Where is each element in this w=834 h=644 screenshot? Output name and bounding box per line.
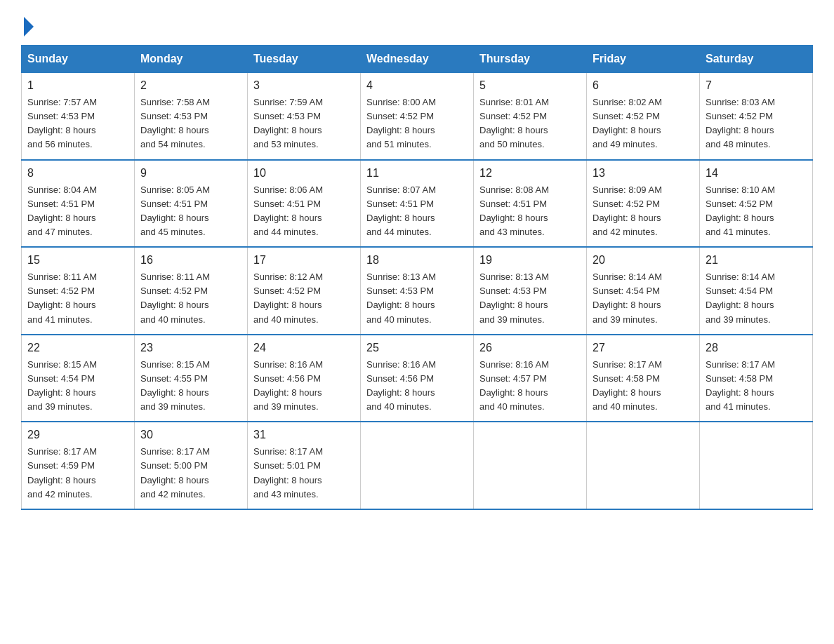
column-header-saturday: Saturday xyxy=(700,46,813,73)
page-header xyxy=(21,14,813,31)
day-number: 16 xyxy=(140,252,241,269)
day-number: 14 xyxy=(706,165,807,182)
day-info: Sunrise: 8:13 AMSunset: 4:53 PMDaylight:… xyxy=(366,270,468,327)
calendar-cell: 22Sunrise: 8:15 AMSunset: 4:54 PMDayligh… xyxy=(22,335,135,422)
day-info: Sunrise: 8:00 AMSunset: 4:52 PMDaylight:… xyxy=(366,95,468,152)
day-number: 13 xyxy=(593,165,694,182)
calendar-week-5: 29Sunrise: 8:17 AMSunset: 4:59 PMDayligh… xyxy=(22,422,813,509)
day-info: Sunrise: 8:07 AMSunset: 4:51 PMDaylight:… xyxy=(366,183,468,240)
calendar-cell: 9Sunrise: 8:05 AMSunset: 4:51 PMDaylight… xyxy=(135,160,248,248)
day-info: Sunrise: 8:05 AMSunset: 4:51 PMDaylight:… xyxy=(140,183,241,240)
calendar-cell: 5Sunrise: 8:01 AMSunset: 4:52 PMDaylight… xyxy=(474,73,587,160)
day-number: 22 xyxy=(27,340,128,356)
calendar-cell: 15Sunrise: 8:11 AMSunset: 4:52 PMDayligh… xyxy=(22,247,135,335)
calendar-cell: 19Sunrise: 8:13 AMSunset: 4:53 PMDayligh… xyxy=(474,247,587,335)
calendar-cell: 28Sunrise: 8:17 AMSunset: 4:58 PMDayligh… xyxy=(700,335,813,422)
calendar-cell: 1Sunrise: 7:57 AMSunset: 4:53 PMDaylight… xyxy=(22,73,135,160)
calendar-cell: 31Sunrise: 8:17 AMSunset: 5:01 PMDayligh… xyxy=(248,422,361,509)
day-info: Sunrise: 8:10 AMSunset: 4:52 PMDaylight:… xyxy=(706,183,807,240)
day-number: 30 xyxy=(140,427,241,443)
day-number: 3 xyxy=(253,77,355,94)
calendar-week-3: 15Sunrise: 8:11 AMSunset: 4:52 PMDayligh… xyxy=(22,247,813,335)
calendar-cell: 6Sunrise: 8:02 AMSunset: 4:52 PMDaylight… xyxy=(587,73,700,160)
day-info: Sunrise: 8:15 AMSunset: 4:55 PMDaylight:… xyxy=(140,358,241,415)
day-number: 29 xyxy=(27,427,128,443)
day-number: 1 xyxy=(27,77,128,94)
day-number: 15 xyxy=(27,252,128,269)
calendar-cell: 27Sunrise: 8:17 AMSunset: 4:58 PMDayligh… xyxy=(587,335,700,422)
day-info: Sunrise: 8:02 AMSunset: 4:52 PMDaylight:… xyxy=(593,95,694,152)
calendar-cell: 10Sunrise: 8:06 AMSunset: 4:51 PMDayligh… xyxy=(248,160,361,248)
calendar-cell: 11Sunrise: 8:07 AMSunset: 4:51 PMDayligh… xyxy=(361,160,474,248)
day-info: Sunrise: 8:04 AMSunset: 4:51 PMDaylight:… xyxy=(27,183,128,240)
calendar-header-row: SundayMondayTuesdayWednesdayThursdayFrid… xyxy=(22,46,813,73)
day-number: 17 xyxy=(253,252,355,269)
day-info: Sunrise: 8:13 AMSunset: 4:53 PMDaylight:… xyxy=(479,270,581,327)
day-number: 25 xyxy=(366,340,468,356)
day-info: Sunrise: 8:09 AMSunset: 4:52 PMDaylight:… xyxy=(593,183,694,240)
day-number: 8 xyxy=(27,165,128,182)
day-number: 21 xyxy=(706,252,807,269)
day-info: Sunrise: 8:11 AMSunset: 4:52 PMDaylight:… xyxy=(140,270,241,327)
day-info: Sunrise: 8:16 AMSunset: 4:56 PMDaylight:… xyxy=(366,358,468,415)
day-info: Sunrise: 8:17 AMSunset: 4:59 PMDaylight:… xyxy=(27,445,128,502)
day-number: 12 xyxy=(479,165,581,182)
calendar-cell: 17Sunrise: 8:12 AMSunset: 4:52 PMDayligh… xyxy=(248,247,361,335)
calendar-cell: 3Sunrise: 7:59 AMSunset: 4:53 PMDaylight… xyxy=(248,73,361,160)
day-number: 9 xyxy=(140,165,241,182)
column-header-tuesday: Tuesday xyxy=(248,46,361,73)
day-info: Sunrise: 8:17 AMSunset: 5:01 PMDaylight:… xyxy=(253,445,355,502)
calendar-cell: 4Sunrise: 8:00 AMSunset: 4:52 PMDaylight… xyxy=(361,73,474,160)
calendar-week-1: 1Sunrise: 7:57 AMSunset: 4:53 PMDaylight… xyxy=(22,73,813,160)
calendar-cell: 24Sunrise: 8:16 AMSunset: 4:56 PMDayligh… xyxy=(248,335,361,422)
logo-arrow-icon xyxy=(24,17,34,36)
calendar-week-4: 22Sunrise: 8:15 AMSunset: 4:54 PMDayligh… xyxy=(22,335,813,422)
day-info: Sunrise: 8:11 AMSunset: 4:52 PMDaylight:… xyxy=(27,270,128,327)
calendar-cell: 29Sunrise: 8:17 AMSunset: 4:59 PMDayligh… xyxy=(22,422,135,509)
day-info: Sunrise: 8:03 AMSunset: 4:52 PMDaylight:… xyxy=(706,95,807,152)
calendar-cell: 13Sunrise: 8:09 AMSunset: 4:52 PMDayligh… xyxy=(587,160,700,248)
day-number: 19 xyxy=(479,252,581,269)
calendar-cell xyxy=(587,422,700,509)
day-number: 6 xyxy=(593,77,694,94)
day-info: Sunrise: 8:08 AMSunset: 4:51 PMDaylight:… xyxy=(479,183,581,240)
day-number: 2 xyxy=(140,77,241,94)
day-info: Sunrise: 8:06 AMSunset: 4:51 PMDaylight:… xyxy=(253,183,355,240)
calendar-cell: 7Sunrise: 8:03 AMSunset: 4:52 PMDaylight… xyxy=(700,73,813,160)
calendar-cell: 25Sunrise: 8:16 AMSunset: 4:56 PMDayligh… xyxy=(361,335,474,422)
day-number: 23 xyxy=(140,340,241,356)
day-info: Sunrise: 8:16 AMSunset: 4:57 PMDaylight:… xyxy=(479,358,581,415)
calendar-table: SundayMondayTuesdayWednesdayThursdayFrid… xyxy=(21,45,813,510)
calendar-cell: 18Sunrise: 8:13 AMSunset: 4:53 PMDayligh… xyxy=(361,247,474,335)
calendar-cell xyxy=(700,422,813,509)
calendar-cell: 8Sunrise: 8:04 AMSunset: 4:51 PMDaylight… xyxy=(22,160,135,248)
calendar-cell xyxy=(361,422,474,509)
calendar-cell: 26Sunrise: 8:16 AMSunset: 4:57 PMDayligh… xyxy=(474,335,587,422)
day-info: Sunrise: 7:59 AMSunset: 4:53 PMDaylight:… xyxy=(253,95,355,152)
day-info: Sunrise: 8:16 AMSunset: 4:56 PMDaylight:… xyxy=(253,358,355,415)
day-number: 26 xyxy=(479,340,581,356)
day-number: 7 xyxy=(706,77,807,94)
column-header-friday: Friday xyxy=(587,46,700,73)
column-header-wednesday: Wednesday xyxy=(361,46,474,73)
day-info: Sunrise: 7:58 AMSunset: 4:53 PMDaylight:… xyxy=(140,95,241,152)
day-number: 20 xyxy=(593,252,694,269)
column-header-monday: Monday xyxy=(135,46,248,73)
day-info: Sunrise: 8:12 AMSunset: 4:52 PMDaylight:… xyxy=(253,270,355,327)
calendar-cell xyxy=(474,422,587,509)
day-number: 10 xyxy=(253,165,355,182)
day-number: 5 xyxy=(479,77,581,94)
day-number: 11 xyxy=(366,165,468,182)
logo xyxy=(21,14,34,31)
day-number: 31 xyxy=(253,427,355,443)
day-info: Sunrise: 8:17 AMSunset: 5:00 PMDaylight:… xyxy=(140,445,241,502)
day-number: 27 xyxy=(593,340,694,356)
day-info: Sunrise: 8:14 AMSunset: 4:54 PMDaylight:… xyxy=(706,270,807,327)
day-number: 24 xyxy=(253,340,355,356)
column-header-thursday: Thursday xyxy=(474,46,587,73)
calendar-cell: 30Sunrise: 8:17 AMSunset: 5:00 PMDayligh… xyxy=(135,422,248,509)
calendar-cell: 12Sunrise: 8:08 AMSunset: 4:51 PMDayligh… xyxy=(474,160,587,248)
calendar-week-2: 8Sunrise: 8:04 AMSunset: 4:51 PMDaylight… xyxy=(22,160,813,248)
day-info: Sunrise: 8:15 AMSunset: 4:54 PMDaylight:… xyxy=(27,358,128,415)
day-info: Sunrise: 7:57 AMSunset: 4:53 PMDaylight:… xyxy=(27,95,128,152)
